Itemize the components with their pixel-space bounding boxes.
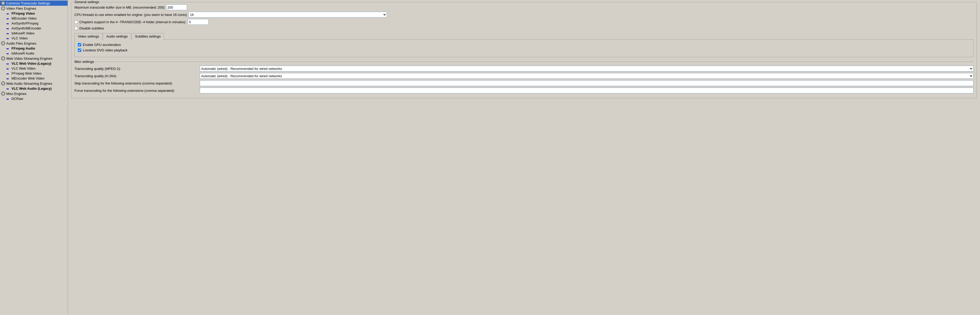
sidebar-item-label: FFmpeg Video xyxy=(11,11,35,15)
sidebar-item-avisynth-ffmpeg[interactable]: AviSynth/FFmpeg xyxy=(0,21,68,26)
chapters-input[interactable] xyxy=(188,19,208,25)
arrow-icon xyxy=(6,27,10,30)
tab-audio-settings[interactable]: Audio settings xyxy=(103,33,131,40)
tab-video-settings[interactable]: Video settings xyxy=(75,33,102,40)
arrow-icon xyxy=(6,12,10,15)
chapters-label: Chapters support in the #--TRANSCODE--# … xyxy=(80,20,186,24)
disc-icon xyxy=(1,81,5,85)
tab-subtitles-settings[interactable]: Subtitles settings xyxy=(132,33,164,40)
lossless-dvd-label: Lossless DVD video playback xyxy=(83,48,127,52)
enable-gpu-checkbox[interactable] xyxy=(78,43,81,46)
arrow-icon xyxy=(6,87,10,90)
misc-settings-title: Misc settings xyxy=(75,60,94,63)
skip-extensions-row: Skip transcoding for the following exten… xyxy=(75,80,974,86)
sidebar-item-label: tsMuxeR Audio xyxy=(11,51,34,55)
chapters-checkbox[interactable] xyxy=(75,21,78,24)
sidebar-item-vlc-web-video-legacy[interactable]: VLC Web Video (Legacy) xyxy=(0,61,68,66)
main-content: General settings Maximum transcode buffe… xyxy=(68,0,980,315)
sidebar-item-label: Video Files Engines xyxy=(6,6,36,10)
sidebar-item-tsmuxer-video[interactable]: tsMuxeR Video xyxy=(0,31,68,36)
arrow-icon xyxy=(6,32,10,35)
general-settings-title: General settings xyxy=(73,0,100,4)
general-settings-group: General settings Maximum transcode buffe… xyxy=(71,2,977,98)
sidebar-item-label: VLC Web Audio (Legacy) xyxy=(11,87,52,90)
mpeg2-quality-select[interactable]: Automatic (wired) - Recommended for wire… xyxy=(200,66,974,71)
sidebar-item-web-audio-streaming[interactable]: Web Audio Streaming Engines xyxy=(0,81,68,86)
h264-quality-select[interactable]: Automatic (wired) - Recommended for wire… xyxy=(200,73,974,79)
sidebar-item-web-video-streaming[interactable]: Web Video Streaming Engines xyxy=(0,56,68,61)
cpu-threads-select[interactable]: 16 xyxy=(189,12,387,17)
sidebar-item-avisynth-mencoder[interactable]: AviSynth/MEncoder xyxy=(0,26,68,31)
arrow-icon xyxy=(6,22,10,25)
sidebar-item-vlc-video[interactable]: VLC Video xyxy=(0,36,68,41)
arrow-icon xyxy=(6,52,10,55)
skip-extensions-input[interactable] xyxy=(200,80,974,86)
disable-subtitles-label: Disable subtitles xyxy=(80,26,104,30)
sidebar-item-label: VLC Web Video xyxy=(11,66,35,70)
sidebar-item-label: tsMuxeR Video xyxy=(11,31,35,35)
sidebar-item-label: VLC Web Video (Legacy) xyxy=(11,62,51,65)
sidebar-item-tsmuxer-audio[interactable]: tsMuxeR Audio xyxy=(0,51,68,56)
sidebar-item-label: MEncoder Web Video xyxy=(11,76,45,80)
sidebar-item-ffmpeg-web-video[interactable]: FFmpeg Web Video xyxy=(0,71,68,76)
enable-gpu-label: Enable GPU acceleration xyxy=(83,43,121,47)
max-buffer-label: Maximum transcode buffer size in MB: (re… xyxy=(75,5,164,9)
sidebar-item-common-transcode[interactable]: Common Transcode Settings xyxy=(0,0,68,6)
sidebar-item-ffmpeg-video[interactable]: FFmpeg Video xyxy=(0,11,68,16)
h264-quality-label: Transcoding quality (H.264): xyxy=(75,74,200,78)
force-extensions-input[interactable] xyxy=(200,88,974,93)
sidebar-item-label: FFmpeg Web Video xyxy=(11,71,41,75)
sidebar-item-label: AviSynth/MEncoder xyxy=(11,26,41,30)
disable-subtitles-row: Disable subtitles xyxy=(75,26,974,30)
sidebar-item-video-files-engines[interactable]: Video Files Engines xyxy=(0,6,68,11)
sidebar-item-vlc-web-video[interactable]: VLC Web Video xyxy=(0,66,68,71)
disc-icon xyxy=(1,6,5,10)
skip-extensions-label: Skip transcoding for the following exten… xyxy=(75,81,200,85)
sidebar-item-mencoder-video[interactable]: MEncoder Video xyxy=(0,16,68,21)
tab-bar: Video settings Audio settings Subtitles … xyxy=(75,33,974,40)
sidebar-item-label: AviSynth/FFmpeg xyxy=(11,21,38,25)
sidebar-item-misc-engines[interactable]: Misc Engines xyxy=(0,91,68,96)
enable-gpu-row: Enable GPU acceleration xyxy=(78,43,970,47)
h264-quality-row: Transcoding quality (H.264): Automatic (… xyxy=(75,73,974,79)
sidebar-item-label: MEncoder Video xyxy=(11,16,37,21)
chapters-row: Chapters support in the #--TRANSCODE--# … xyxy=(75,19,974,25)
tabs-container: Video settings Audio settings Subtitles … xyxy=(75,33,974,57)
disc-icon xyxy=(1,92,5,96)
arrow-icon xyxy=(6,67,10,70)
arrow-icon xyxy=(6,47,10,50)
disc-icon xyxy=(1,56,5,60)
sidebar: Common Transcode SettingsVideo Files Eng… xyxy=(0,0,68,315)
sidebar-item-label: Misc Engines xyxy=(6,92,26,96)
arrow-icon xyxy=(6,62,10,65)
mpeg2-quality-label: Transcoding quality (MPEG-2): xyxy=(75,67,200,71)
arrow-icon xyxy=(6,97,10,101)
sidebar-item-vlc-web-audio-legacy[interactable]: VLC Web Audio (Legacy) xyxy=(0,86,68,91)
disc-icon xyxy=(1,1,5,5)
arrow-icon xyxy=(6,72,10,75)
sidebar-item-mencoder-web-video[interactable]: MEncoder Web Video xyxy=(0,76,68,81)
sidebar-item-audio-files-engines[interactable]: Audio Files Engines xyxy=(0,41,68,46)
sidebar-item-label: DCRaw xyxy=(11,97,23,101)
arrow-icon xyxy=(6,77,10,80)
sidebar-item-dcraw[interactable]: DCRaw xyxy=(0,96,68,101)
disc-icon xyxy=(1,41,5,45)
misc-settings: Misc settings Transcoding quality (MPEG-… xyxy=(75,60,974,93)
max-buffer-row: Maximum transcode buffer size in MB: (re… xyxy=(75,5,974,10)
sidebar-item-ffmpeg-audio[interactable]: FFmpeg Audio xyxy=(0,46,68,51)
misc-settings-section-line: Misc settings xyxy=(75,60,974,63)
sidebar-item-label: FFmpeg Audio xyxy=(11,46,35,50)
sidebar-item-label: Web Video Streaming Engines xyxy=(6,57,52,60)
cpu-threads-row: CPU threads to use when enabled for engi… xyxy=(75,12,974,17)
sidebar-item-label: Common Transcode Settings xyxy=(6,1,50,5)
sidebar-item-label: VLC Video xyxy=(11,36,28,40)
cpu-threads-label: CPU threads to use when enabled for engi… xyxy=(75,13,187,17)
disable-subtitles-checkbox[interactable] xyxy=(75,27,78,30)
tab-content: Enable GPU acceleration Lossless DVD vid… xyxy=(75,40,974,57)
sidebar-item-label: Audio Files Engines xyxy=(6,41,36,45)
mpeg2-quality-row: Transcoding quality (MPEG-2): Automatic … xyxy=(75,66,974,71)
lossless-dvd-checkbox[interactable] xyxy=(78,49,81,52)
misc-settings-hr xyxy=(95,62,974,62)
max-buffer-input[interactable] xyxy=(166,5,187,10)
arrow-icon xyxy=(6,17,10,21)
